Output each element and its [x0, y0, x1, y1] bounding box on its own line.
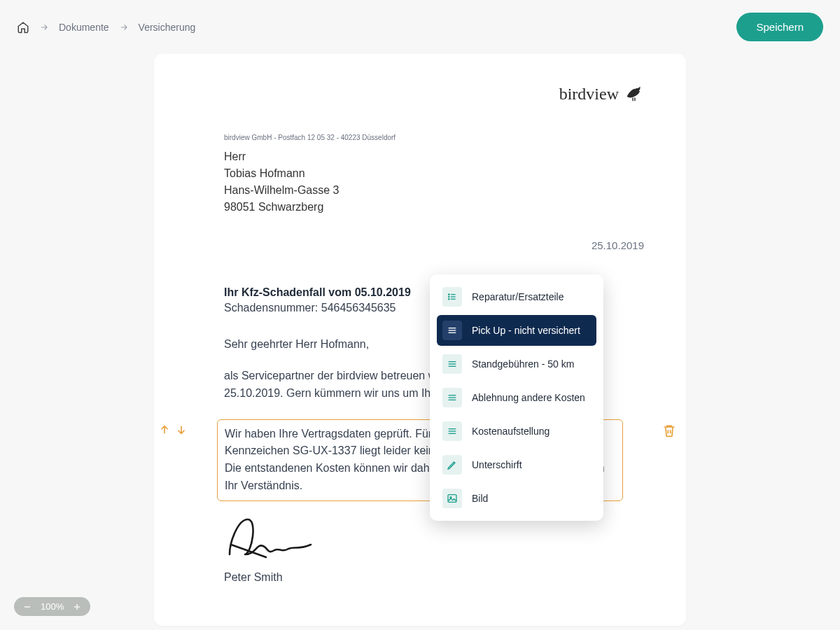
menu-item[interactable]: Reparatur/Ersatzteile	[437, 281, 596, 312]
menu-item-label: Reparatur/Ersatzteile	[472, 291, 564, 302]
menu-item-label: Unterschirft	[472, 459, 522, 470]
svg-point-4	[449, 296, 449, 297]
menu-item[interactable]: Bild	[437, 483, 596, 514]
move-down-icon[interactable]	[175, 424, 188, 439]
svg-rect-20	[448, 495, 456, 503]
recipient-street: Hans-Wilhelm-Gasse 3	[224, 182, 644, 199]
breadcrumb-item-insurance[interactable]: Versicherung	[139, 22, 196, 33]
save-button[interactable]: Speichern	[736, 13, 823, 41]
menu-item[interactable]: Standgebühren - 50 km	[437, 349, 596, 379]
menu-item[interactable]: Kostenaufstellung	[437, 416, 596, 447]
home-icon[interactable]	[17, 21, 29, 34]
menu-item-label: Ablehnung andere Kosten	[472, 392, 585, 403]
signature	[196, 514, 644, 567]
zoom-out-button[interactable]	[22, 602, 32, 612]
svg-point-6	[449, 299, 449, 300]
recipient-name: Tobias Hofmann	[224, 165, 644, 182]
document-date: 25.10.2019	[196, 239, 644, 251]
sender-line: birdview GmbH - Postfach 12 05 32 - 4022…	[196, 134, 644, 141]
image-icon	[442, 489, 462, 508]
document-sheet: birdview birdview GmbH - Postfach 12 05 …	[154, 54, 686, 626]
menu-item-label: Kostenaufstellung	[472, 426, 550, 437]
pen-icon	[442, 455, 462, 475]
block-context-menu: Reparatur/ErsatzteilePick Up - nicht ver…	[430, 274, 603, 521]
breadcrumb-item-documents[interactable]: Dokumente	[59, 22, 109, 33]
menu-item[interactable]: Pick Up - nicht versichert	[437, 315, 596, 346]
logo: birdview	[196, 82, 644, 106]
bird-icon	[623, 82, 644, 106]
lines-icon	[442, 354, 462, 374]
menu-item-label: Bild	[472, 493, 488, 504]
chevron-right-icon	[119, 22, 129, 32]
zoom-control: 100%	[14, 597, 90, 616]
lines-icon	[442, 321, 462, 340]
recipient-salutation: Herr	[224, 148, 644, 165]
breadcrumb: Dokumente Versicherung	[17, 21, 195, 34]
lines-icon	[442, 421, 462, 441]
lines-icon	[442, 388, 462, 407]
recipient-city: 98051 Schwarzberg	[224, 199, 644, 216]
menu-item[interactable]: Unterschirft	[437, 449, 596, 480]
signer-name: Peter Smith	[196, 571, 644, 584]
move-up-icon[interactable]	[158, 424, 171, 439]
svg-point-2	[449, 294, 449, 295]
menu-item[interactable]: Ablehnung andere Kosten	[437, 382, 596, 413]
logo-text: birdview	[559, 85, 619, 104]
menu-item-label: Pick Up - nicht versichert	[472, 325, 580, 336]
zoom-level: 100%	[41, 601, 64, 612]
zoom-in-button[interactable]	[72, 602, 82, 612]
chevron-right-icon	[39, 22, 49, 32]
delete-icon[interactable]	[662, 428, 676, 440]
menu-item-label: Standgebühren - 50 km	[472, 358, 574, 370]
recipient-address: Herr Tobias Hofmann Hans-Wilhelm-Gasse 3…	[196, 148, 644, 216]
list-icon	[442, 287, 462, 307]
